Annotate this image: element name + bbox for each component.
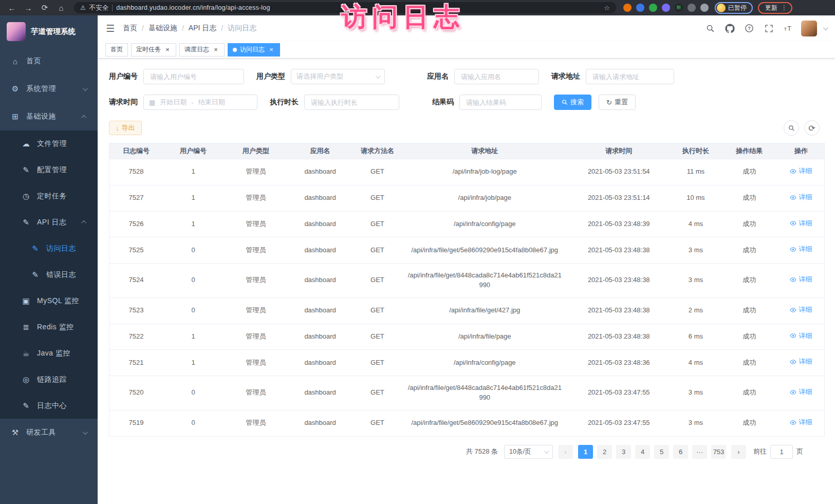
user-avatar[interactable]: [801, 21, 817, 36]
request-url-input[interactable]: [586, 69, 674, 84]
page-button-6[interactable]: 6: [673, 445, 688, 459]
search-icon[interactable]: [704, 23, 716, 34]
breadcrumb-item[interactable]: API 日志: [189, 24, 216, 33]
sidebar-item-label: 定时任务: [37, 192, 67, 201]
result-code-input[interactable]: [459, 95, 542, 110]
sidebar-item-error-log[interactable]: ✎错误日志: [0, 262, 98, 288]
detail-link[interactable]: 详细: [790, 387, 812, 397]
detail-link[interactable]: 详细: [790, 193, 812, 202]
browser-home-icon[interactable]: ⌂: [54, 2, 68, 13]
fullscreen-icon[interactable]: [763, 23, 774, 34]
extension-gray-icon[interactable]: [688, 4, 696, 12]
detail-link[interactable]: 详细: [790, 219, 812, 229]
sidebar-item-mysql[interactable]: ▣MySQL 监控: [0, 288, 98, 314]
prev-page-button[interactable]: ‹: [558, 445, 573, 459]
forward-arrow-icon[interactable]: →: [22, 2, 35, 13]
sidebar-item-redis[interactable]: ≣Redis 监控: [0, 314, 98, 340]
sidebar-item-home[interactable]: ⌂首页: [0, 47, 98, 75]
font-size-icon[interactable]: TT: [783, 23, 794, 34]
sidebar-item-job[interactable]: ◷定时任务: [0, 183, 98, 209]
extension-orange-icon[interactable]: [623, 4, 632, 12]
tab-home[interactable]: 首页: [105, 43, 128, 57]
page-button-753[interactable]: 753: [711, 445, 726, 459]
page-size-select[interactable]: 10条/页: [504, 445, 553, 459]
page-button-3[interactable]: 3: [616, 445, 631, 459]
page-button-4[interactable]: 4: [635, 445, 650, 459]
page-ellipsis[interactable]: ···: [692, 445, 707, 459]
hamburger-icon[interactable]: ☰: [106, 23, 115, 34]
detail-link[interactable]: 详细: [790, 275, 812, 285]
security-label: 不安全: [89, 4, 109, 12]
sidebar-item-access-log[interactable]: ✎访问日志: [0, 235, 98, 262]
date-range-picker[interactable]: ▦ 开始日期 - 结束日期: [143, 95, 257, 110]
detail-link[interactable]: 详细: [790, 357, 812, 367]
table-row: 75250管理员dashboardGET/api/infra/file/get/…: [109, 237, 825, 264]
sidebar-item-file[interactable]: ☁文件管理: [0, 130, 98, 157]
detail-link-label: 详细: [799, 305, 812, 315]
app-name-input[interactable]: [454, 69, 539, 84]
profile-paused-badge[interactable]: 已暂停: [715, 2, 753, 14]
back-arrow-icon[interactable]: ←: [5, 2, 18, 13]
browser-update-button[interactable]: 更新 ⋮: [758, 2, 792, 14]
sidebar-item-api-log[interactable]: ✎API 日志: [0, 209, 98, 235]
search-button[interactable]: 搜索: [554, 95, 591, 110]
sidebar-item-trace[interactable]: ◎链路追踪: [0, 366, 98, 393]
cell-user_type: 管理员: [224, 376, 288, 410]
user-type-select[interactable]: 请选择用户类型: [291, 69, 385, 84]
github-icon[interactable]: [724, 23, 735, 34]
tab-access-log[interactable]: 访问日志×: [228, 43, 280, 57]
tab-job-log[interactable]: 调度日志×: [179, 43, 225, 57]
duration-input[interactable]: [304, 95, 399, 110]
filter-request-url: 请求地址: [551, 69, 674, 84]
page-button-5[interactable]: 5: [654, 445, 669, 459]
page-button-1[interactable]: 1: [578, 445, 593, 459]
sidebar-item-label: 配置管理: [37, 165, 67, 175]
sidebar-item-java[interactable]: ☕Java 监控: [0, 340, 98, 366]
goto-page-input[interactable]: [770, 445, 793, 459]
extension-translate-icon[interactable]: 翻: [675, 4, 683, 12]
breadcrumb-item[interactable]: 首页: [123, 24, 137, 33]
detail-link-label: 详细: [799, 219, 812, 229]
search-icon: [562, 99, 568, 105]
detail-link[interactable]: 详细: [790, 305, 812, 315]
user-id-input[interactable]: [143, 69, 244, 84]
app-logo[interactable]: 芋道管理系统: [0, 15, 98, 47]
detail-link-label: 详细: [799, 387, 812, 397]
browser-address-bar[interactable]: ⚠ 不安全 dashboard.yudao.iocoder.cn/infra/l…: [74, 2, 616, 13]
divider: [112, 5, 113, 11]
detail-link[interactable]: 详细: [790, 418, 812, 427]
detail-link[interactable]: 详细: [790, 331, 812, 341]
close-icon[interactable]: ×: [268, 46, 275, 53]
export-button[interactable]: ↓ 导出: [109, 121, 142, 135]
reload-icon[interactable]: ⟳: [38, 2, 51, 13]
filter-app-name: 应用名: [427, 69, 539, 84]
close-icon[interactable]: ×: [212, 46, 219, 53]
sidebar-item-log-center[interactable]: ✎日志中心: [0, 393, 98, 419]
browser-menu-icon[interactable]: ⋮: [781, 4, 787, 11]
detail-link[interactable]: 详细: [790, 245, 812, 254]
cell-user_type: 管理员: [224, 264, 288, 298]
refresh-table-button[interactable]: ⟳: [804, 120, 820, 136]
extension-shield-icon[interactable]: [636, 4, 644, 12]
extension-puzzle-icon[interactable]: [700, 4, 709, 12]
breadcrumb-item[interactable]: 基础设施: [149, 24, 177, 33]
extension-colorful-icon[interactable]: [662, 4, 670, 12]
page-button-2[interactable]: 2: [597, 445, 612, 459]
toggle-search-button[interactable]: [784, 120, 799, 136]
caret-down-icon[interactable]: [823, 25, 828, 30]
sidebar-item-system[interactable]: ⚙系统管理: [0, 75, 98, 103]
question-help-icon[interactable]: ?: [744, 23, 755, 34]
close-icon[interactable]: ×: [164, 46, 171, 53]
sidebar-item-config[interactable]: ✎配置管理: [0, 157, 98, 183]
detail-link[interactable]: 详细: [790, 166, 812, 176]
tab-job[interactable]: 定时任务×: [131, 43, 176, 57]
sidebar-item-dev-tools[interactable]: ⚒研发工具: [0, 419, 98, 446]
extension-green-icon[interactable]: [649, 4, 657, 12]
sidebar-item-infra[interactable]: ⊞基础设施: [0, 103, 98, 130]
user-type-placeholder: 请选择用户类型: [296, 72, 376, 81]
reset-button[interactable]: ↻ 重置: [599, 95, 636, 110]
cell-method: GET: [352, 237, 402, 264]
bookmark-star-icon[interactable]: ☆: [604, 4, 610, 12]
breadcrumb-item[interactable]: 访问日志: [228, 24, 256, 33]
next-page-button[interactable]: ›: [731, 445, 746, 459]
